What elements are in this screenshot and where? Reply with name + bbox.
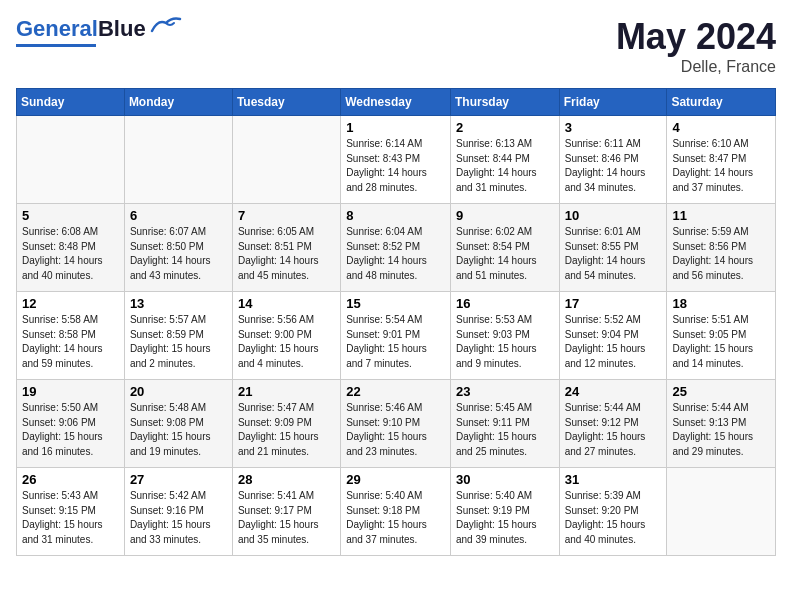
day-number: 30 [456,472,554,487]
header-row: SundayMondayTuesdayWednesdayThursdayFrid… [17,89,776,116]
day-cell: 27Sunrise: 5:42 AM Sunset: 9:16 PM Dayli… [124,468,232,556]
day-info: Sunrise: 5:42 AM Sunset: 9:16 PM Dayligh… [130,489,227,547]
day-number: 10 [565,208,662,223]
day-cell [124,116,232,204]
day-number: 15 [346,296,445,311]
day-info: Sunrise: 6:05 AM Sunset: 8:51 PM Dayligh… [238,225,335,283]
day-number: 9 [456,208,554,223]
day-info: Sunrise: 6:04 AM Sunset: 8:52 PM Dayligh… [346,225,445,283]
calendar-header: SundayMondayTuesdayWednesdayThursdayFrid… [17,89,776,116]
logo-text: GeneralBlue [16,16,146,42]
day-cell: 25Sunrise: 5:44 AM Sunset: 9:13 PM Dayli… [667,380,776,468]
day-number: 21 [238,384,335,399]
title-block: May 2024 Delle, France [616,16,776,76]
day-cell [232,116,340,204]
day-number: 4 [672,120,770,135]
day-info: Sunrise: 5:50 AM Sunset: 9:06 PM Dayligh… [22,401,119,459]
day-cell: 6Sunrise: 6:07 AM Sunset: 8:50 PM Daylig… [124,204,232,292]
page-header: GeneralBlue May 2024 Delle, France [16,16,776,76]
day-number: 1 [346,120,445,135]
day-number: 23 [456,384,554,399]
day-info: Sunrise: 6:13 AM Sunset: 8:44 PM Dayligh… [456,137,554,195]
day-info: Sunrise: 6:02 AM Sunset: 8:54 PM Dayligh… [456,225,554,283]
week-row-1: 1Sunrise: 6:14 AM Sunset: 8:43 PM Daylig… [17,116,776,204]
day-cell: 14Sunrise: 5:56 AM Sunset: 9:00 PM Dayli… [232,292,340,380]
header-cell-wednesday: Wednesday [341,89,451,116]
day-cell: 18Sunrise: 5:51 AM Sunset: 9:05 PM Dayli… [667,292,776,380]
day-cell [17,116,125,204]
day-cell: 23Sunrise: 5:45 AM Sunset: 9:11 PM Dayli… [450,380,559,468]
day-number: 18 [672,296,770,311]
day-cell: 10Sunrise: 6:01 AM Sunset: 8:55 PM Dayli… [559,204,667,292]
day-info: Sunrise: 5:59 AM Sunset: 8:56 PM Dayligh… [672,225,770,283]
day-info: Sunrise: 5:57 AM Sunset: 8:59 PM Dayligh… [130,313,227,371]
day-number: 13 [130,296,227,311]
day-number: 14 [238,296,335,311]
day-number: 31 [565,472,662,487]
day-cell: 8Sunrise: 6:04 AM Sunset: 8:52 PM Daylig… [341,204,451,292]
week-row-2: 5Sunrise: 6:08 AM Sunset: 8:48 PM Daylig… [17,204,776,292]
day-cell: 17Sunrise: 5:52 AM Sunset: 9:04 PM Dayli… [559,292,667,380]
day-cell: 21Sunrise: 5:47 AM Sunset: 9:09 PM Dayli… [232,380,340,468]
day-info: Sunrise: 5:44 AM Sunset: 9:13 PM Dayligh… [672,401,770,459]
day-cell: 2Sunrise: 6:13 AM Sunset: 8:44 PM Daylig… [450,116,559,204]
header-cell-friday: Friday [559,89,667,116]
day-info: Sunrise: 6:08 AM Sunset: 8:48 PM Dayligh… [22,225,119,283]
day-info: Sunrise: 5:51 AM Sunset: 9:05 PM Dayligh… [672,313,770,371]
day-info: Sunrise: 5:45 AM Sunset: 9:11 PM Dayligh… [456,401,554,459]
day-number: 29 [346,472,445,487]
day-number: 6 [130,208,227,223]
day-number: 8 [346,208,445,223]
day-cell: 29Sunrise: 5:40 AM Sunset: 9:18 PM Dayli… [341,468,451,556]
day-number: 2 [456,120,554,135]
day-info: Sunrise: 6:14 AM Sunset: 8:43 PM Dayligh… [346,137,445,195]
day-cell: 12Sunrise: 5:58 AM Sunset: 8:58 PM Dayli… [17,292,125,380]
day-info: Sunrise: 5:58 AM Sunset: 8:58 PM Dayligh… [22,313,119,371]
day-cell: 22Sunrise: 5:46 AM Sunset: 9:10 PM Dayli… [341,380,451,468]
day-cell: 1Sunrise: 6:14 AM Sunset: 8:43 PM Daylig… [341,116,451,204]
day-info: Sunrise: 5:56 AM Sunset: 9:00 PM Dayligh… [238,313,335,371]
day-cell: 31Sunrise: 5:39 AM Sunset: 9:20 PM Dayli… [559,468,667,556]
day-info: Sunrise: 6:01 AM Sunset: 8:55 PM Dayligh… [565,225,662,283]
day-number: 24 [565,384,662,399]
day-info: Sunrise: 5:43 AM Sunset: 9:15 PM Dayligh… [22,489,119,547]
day-info: Sunrise: 5:39 AM Sunset: 9:20 PM Dayligh… [565,489,662,547]
day-cell: 24Sunrise: 5:44 AM Sunset: 9:12 PM Dayli… [559,380,667,468]
day-number: 28 [238,472,335,487]
day-number: 3 [565,120,662,135]
day-number: 19 [22,384,119,399]
day-cell: 30Sunrise: 5:40 AM Sunset: 9:19 PM Dayli… [450,468,559,556]
day-number: 17 [565,296,662,311]
week-row-3: 12Sunrise: 5:58 AM Sunset: 8:58 PM Dayli… [17,292,776,380]
day-number: 27 [130,472,227,487]
day-info: Sunrise: 5:53 AM Sunset: 9:03 PM Dayligh… [456,313,554,371]
day-info: Sunrise: 5:52 AM Sunset: 9:04 PM Dayligh… [565,313,662,371]
day-number: 16 [456,296,554,311]
location-subtitle: Delle, France [616,58,776,76]
day-info: Sunrise: 5:41 AM Sunset: 9:17 PM Dayligh… [238,489,335,547]
day-info: Sunrise: 5:47 AM Sunset: 9:09 PM Dayligh… [238,401,335,459]
day-info: Sunrise: 6:10 AM Sunset: 8:47 PM Dayligh… [672,137,770,195]
day-info: Sunrise: 5:44 AM Sunset: 9:12 PM Dayligh… [565,401,662,459]
day-cell: 4Sunrise: 6:10 AM Sunset: 8:47 PM Daylig… [667,116,776,204]
month-title: May 2024 [616,16,776,58]
day-cell: 15Sunrise: 5:54 AM Sunset: 9:01 PM Dayli… [341,292,451,380]
day-number: 11 [672,208,770,223]
logo: GeneralBlue [16,16,182,47]
day-cell: 26Sunrise: 5:43 AM Sunset: 9:15 PM Dayli… [17,468,125,556]
day-cell: 5Sunrise: 6:08 AM Sunset: 8:48 PM Daylig… [17,204,125,292]
day-info: Sunrise: 5:40 AM Sunset: 9:19 PM Dayligh… [456,489,554,547]
day-cell: 3Sunrise: 6:11 AM Sunset: 8:46 PM Daylig… [559,116,667,204]
day-info: Sunrise: 5:48 AM Sunset: 9:08 PM Dayligh… [130,401,227,459]
day-cell: 20Sunrise: 5:48 AM Sunset: 9:08 PM Dayli… [124,380,232,468]
logo-general: General [16,16,98,41]
calendar-body: 1Sunrise: 6:14 AM Sunset: 8:43 PM Daylig… [17,116,776,556]
calendar-table: SundayMondayTuesdayWednesdayThursdayFrid… [16,88,776,556]
day-cell: 16Sunrise: 5:53 AM Sunset: 9:03 PM Dayli… [450,292,559,380]
day-cell: 28Sunrise: 5:41 AM Sunset: 9:17 PM Dayli… [232,468,340,556]
day-number: 20 [130,384,227,399]
day-number: 12 [22,296,119,311]
week-row-4: 19Sunrise: 5:50 AM Sunset: 9:06 PM Dayli… [17,380,776,468]
day-info: Sunrise: 5:40 AM Sunset: 9:18 PM Dayligh… [346,489,445,547]
header-cell-thursday: Thursday [450,89,559,116]
